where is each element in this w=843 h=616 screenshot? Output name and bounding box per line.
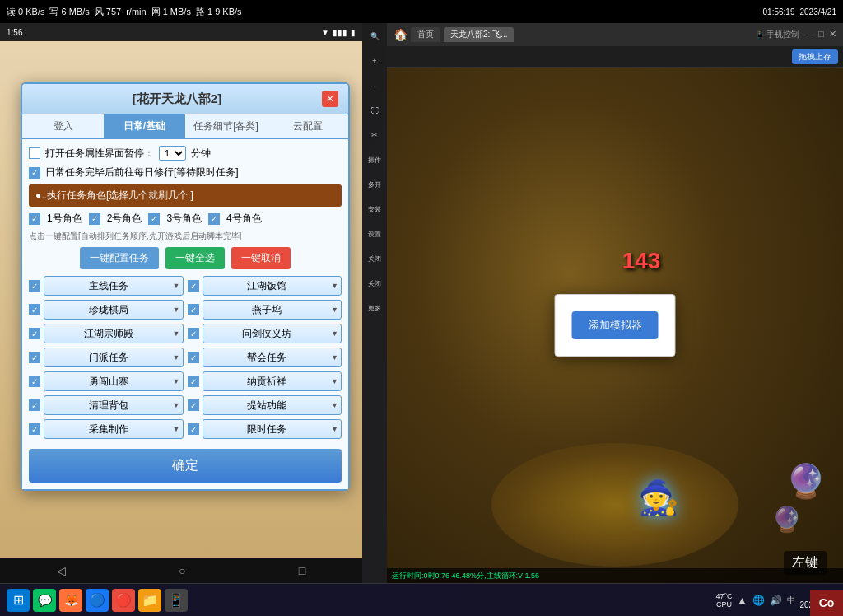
tab-cloud[interactable]: 云配置 <box>267 114 348 138</box>
task-check-12[interactable] <box>29 423 40 435</box>
task-select-12[interactable]: 采集制作 <box>44 419 184 439</box>
side-btn-screenshot[interactable]: ✂ <box>364 125 385 147</box>
emulator-toolbar: 拖拽上存 <box>387 46 843 68</box>
task-select-13[interactable]: 限时任务 <box>203 419 342 439</box>
task-check-1[interactable] <box>188 280 199 292</box>
task-select-2[interactable]: 珍珑棋局 <box>44 300 184 320</box>
taskbar-wechat-icon[interactable]: 💬 <box>33 589 56 612</box>
task-check-6[interactable] <box>29 352 40 363</box>
game-background: 🧙 143 🔮 🔮 添加模拟器 <box>387 68 843 583</box>
game-skill-effect1: 🔮 <box>785 462 827 501</box>
taskbar-windows-icon[interactable]: ⊞ <box>7 589 30 612</box>
emulator-window-controls: 📱 手机控制 — □ ✕ <box>755 29 836 40</box>
taskbar-app3-icon[interactable]: 🔵 <box>86 589 109 612</box>
task-select-wrap-0: 主线任务 ▼ <box>44 276 184 296</box>
task-check-5[interactable] <box>188 328 199 339</box>
emulator-game-tab[interactable]: 天龙八部2: 飞... <box>444 27 514 42</box>
side-btn-more[interactable]: 更多 <box>364 298 385 320</box>
tab-task-detail[interactable]: 任务细节[各类] <box>185 114 267 138</box>
add-emulator-button[interactable]: 添加模拟器 <box>572 311 659 339</box>
side-btn-settings[interactable]: 设置 <box>364 224 385 245</box>
nav-recents-button[interactable]: □ <box>299 564 305 577</box>
task-select-wrap-3: 燕子坞 ▼ <box>203 300 342 320</box>
emulator-close[interactable]: ✕ <box>829 29 836 40</box>
task-check-13[interactable] <box>188 423 199 435</box>
task-select-1[interactable]: 江湖饭馆 <box>203 276 342 296</box>
emulator-titlebar: 🏠 首页 天龙八部2: 飞... 📱 手机控制 — □ ✕ <box>387 23 843 46</box>
side-btn-volume-down[interactable]: - <box>364 76 385 97</box>
desktop: 读 0 KB/s 写 6 MB/s 风 757 r/min 网 1 MB/s 路… <box>0 0 843 616</box>
task-select-11[interactable]: 提站功能 <box>203 395 342 415</box>
checkbox-pause[interactable] <box>29 147 40 159</box>
highlight-role-select: ●..执行任务角色[选择几个就刷几个.] <box>29 184 342 207</box>
phone-frame: 1:56 ▼▮▮▮▮ [花开天龙八部2] ✕ 登入 日常/基础 任务细节[各类]… <box>0 23 362 583</box>
btn-select-all[interactable]: 一键全选 <box>165 247 225 269</box>
task-select-10[interactable]: 清理背包 <box>44 395 184 415</box>
add-emulator-popup: 添加模拟器 <box>555 294 676 357</box>
task-check-7[interactable] <box>188 352 199 363</box>
task-check-0[interactable] <box>29 280 40 292</box>
mobile-control-icon[interactable]: 📱 手机控制 <box>755 29 800 40</box>
side-btn-volume-up[interactable]: + <box>364 51 385 72</box>
task-check-2[interactable] <box>29 304 40 315</box>
dialog-tabs: 登入 日常/基础 任务细节[各类] 云配置 <box>22 114 348 139</box>
dialog-body: 打开任务属性界面暂停： 1 2 3 5 分钟 日常任务完毕后前往每日修行[等待限… <box>22 139 348 489</box>
taskbar-lang[interactable]: 中 <box>787 595 795 606</box>
confirm-button[interactable]: 确定 <box>29 449 342 483</box>
nav-back-button[interactable]: ◁ <box>57 564 66 577</box>
task-item-7: 帮会任务 ▼ <box>188 348 342 367</box>
task-check-8[interactable] <box>29 376 40 387</box>
task-check-4[interactable] <box>29 328 40 339</box>
tab-daily[interactable]: 日常/基础 <box>104 114 185 138</box>
btn-cancel-all[interactable]: 一键取消 <box>231 247 291 269</box>
drag-save-button[interactable]: 拖拽上存 <box>792 49 838 64</box>
task-select-8[interactable]: 勇闯山寨 <box>44 371 184 391</box>
side-btn-close[interactable]: 关闭 <box>364 249 385 270</box>
side-btn-install[interactable]: 安装 <box>364 199 385 221</box>
task-check-3[interactable] <box>188 304 199 315</box>
role2-label: 2号角色 <box>107 212 142 226</box>
task-select-wrap-9: 纳贡祈祥 ▼ <box>203 371 342 391</box>
checkbox-role3[interactable] <box>148 213 160 225</box>
nav-home-button[interactable]: ○ <box>179 564 185 577</box>
game-skill-effect2: 🔮 <box>771 505 802 534</box>
task-select-9[interactable]: 纳贡祈祥 <box>203 371 342 391</box>
emulator-minimize[interactable]: — <box>804 29 813 40</box>
side-btn-operate[interactable]: 操作 <box>364 150 385 171</box>
checkbox-role1[interactable] <box>29 213 40 225</box>
task-select-5[interactable]: 问剑侠义坊 <box>203 324 342 343</box>
dialog-close-button[interactable]: ✕ <box>322 91 338 107</box>
emulator-home-tab[interactable]: 首页 <box>411 27 440 42</box>
emulator-maximize[interactable]: □ <box>818 29 824 40</box>
side-btn-fullscreen[interactable]: ⛶ <box>364 100 385 122</box>
taskbar-phone-icon[interactable]: 📱 <box>165 589 188 612</box>
task-item-10: 清理背包 ▼ <box>29 395 184 415</box>
task-check-10[interactable] <box>29 399 40 411</box>
task-select-wrap-2: 珍珑棋局 ▼ <box>44 300 184 320</box>
side-btn-close2[interactable]: 关闭 <box>364 273 385 295</box>
btn-config-tasks[interactable]: 一键配置任务 <box>80 247 159 269</box>
taskbar-folder-icon[interactable]: 📁 <box>138 589 161 612</box>
task-check-11[interactable] <box>188 399 199 411</box>
task-item-8: 勇闯山寨 ▼ <box>29 371 184 391</box>
co-badge[interactable]: Co <box>810 590 843 616</box>
task-select-6[interactable]: 门派任务 <box>44 348 184 367</box>
task-select-4[interactable]: 江湖宗师殿 <box>44 324 184 343</box>
checkbox-role2[interactable] <box>89 213 100 225</box>
side-btn-search[interactable]: 🔍 <box>364 26 385 48</box>
checkbox-daily[interactable] <box>29 167 40 179</box>
task-select-0[interactable]: 主线任务 <box>44 276 184 296</box>
task-item-5: 问剑侠义坊 ▼ <box>188 324 342 343</box>
tab-login[interactable]: 登入 <box>22 114 104 138</box>
dialog-header: [花开天龙八部2] ✕ <box>22 84 348 114</box>
task-select-wrap-7: 帮会任务 ▼ <box>203 348 342 367</box>
side-btn-multi[interactable]: 多开 <box>364 175 385 196</box>
task-check-9[interactable] <box>188 376 199 387</box>
select-pause-minutes[interactable]: 1 2 3 5 <box>159 146 186 161</box>
task-select-7[interactable]: 帮会任务 <box>203 348 342 367</box>
system-bar: 读 0 KB/s 写 6 MB/s 风 757 r/min 网 1 MB/s 路… <box>0 0 843 23</box>
taskbar-firefox-icon[interactable]: 🦊 <box>59 589 82 612</box>
task-select-3[interactable]: 燕子坞 <box>203 300 342 320</box>
taskbar-app4-icon[interactable]: 🔴 <box>112 589 135 612</box>
checkbox-role4[interactable] <box>208 213 220 225</box>
